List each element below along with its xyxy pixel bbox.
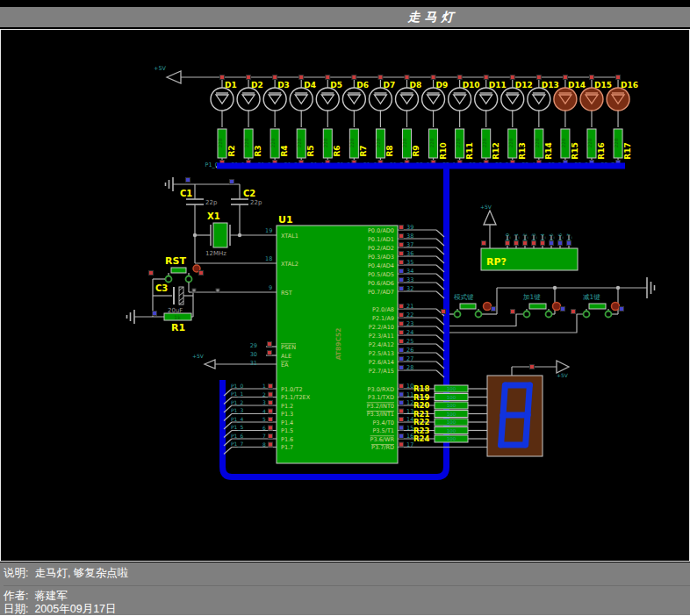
button-terminal[interactable] <box>166 276 172 283</box>
led-D10[interactable] <box>449 88 471 111</box>
wire <box>179 301 183 304</box>
resistor-label: R14 <box>544 142 553 159</box>
resistor-value: 100 <box>447 386 456 391</box>
wire <box>436 326 444 333</box>
led-D5[interactable] <box>316 88 339 111</box>
pin-name: P1.4 <box>281 419 293 426</box>
net-label: P1_0 <box>205 161 219 168</box>
led-D14[interactable] <box>554 88 577 111</box>
led-D13[interactable] <box>528 88 550 111</box>
led-D16[interactable] <box>607 88 629 111</box>
button-1[interactable] <box>460 304 476 309</box>
resistor-label: R1 <box>171 322 185 333</box>
button-terminal[interactable] <box>546 312 552 318</box>
pin-number: 8 <box>262 441 266 448</box>
led-label: D12 <box>515 81 533 90</box>
pin-number: 21 <box>406 303 413 310</box>
resistor-value: 220 <box>297 138 302 147</box>
led-D9[interactable] <box>422 88 445 111</box>
led-D11[interactable] <box>475 88 498 111</box>
pin-name: P1.0/T2 <box>281 386 303 393</box>
button-knob[interactable] <box>484 303 492 311</box>
state-square <box>492 307 496 312</box>
reset-button[interactable] <box>171 268 186 273</box>
state-square <box>399 287 404 291</box>
resistor-value: 220 <box>429 138 435 147</box>
state-square <box>399 304 404 309</box>
state-square <box>269 418 273 422</box>
pin-name: P0.6/AD6 <box>368 280 394 287</box>
button-terminal[interactable] <box>186 276 192 283</box>
resistor-label: R5 <box>306 145 315 156</box>
pin-name: P0.7/AD7 <box>368 289 394 296</box>
resistor-value: 1k <box>174 314 181 320</box>
resistor-label: R17 <box>623 142 632 159</box>
pin-number: 6 <box>262 425 266 431</box>
button-knob[interactable] <box>612 303 620 311</box>
led-label: D1 <box>225 81 237 90</box>
led-D8[interactable] <box>395 88 418 111</box>
resistor-value: 220 <box>587 138 593 147</box>
button-3[interactable] <box>589 304 606 309</box>
wire <box>436 353 444 360</box>
state-square <box>273 75 277 80</box>
resistor-value: 220 <box>349 138 355 147</box>
pin-number: 18 <box>265 255 272 262</box>
led-label: D9 <box>436 81 449 90</box>
cap-label: C2 <box>243 189 255 198</box>
state-square <box>532 241 536 246</box>
cap-value: 22p <box>250 199 262 206</box>
state-square <box>399 340 404 344</box>
crystal-label: X1 <box>207 211 220 221</box>
resistor-value: 220 <box>218 138 223 147</box>
state-square <box>536 75 541 80</box>
pin-name: P0.2/AD2 <box>368 245 394 252</box>
button-terminal[interactable] <box>524 312 530 318</box>
led-label: D3 <box>277 81 290 90</box>
led-label: D11 <box>489 81 507 90</box>
button-terminal[interactable] <box>455 312 461 318</box>
button-knob[interactable] <box>553 303 561 311</box>
button-terminal[interactable] <box>606 312 612 318</box>
pin-number: 30 <box>250 351 257 358</box>
resistor-value: 220 <box>270 138 276 147</box>
led-D7[interactable] <box>369 88 392 111</box>
led-D3[interactable] <box>263 88 286 111</box>
resistor-label: R2 <box>227 145 236 156</box>
led-D12[interactable] <box>501 88 524 111</box>
segment <box>503 385 505 415</box>
button-terminal[interactable] <box>476 312 482 318</box>
pin-name: XTAL2 <box>281 261 298 268</box>
state-square <box>431 75 435 80</box>
power-arrow-right-icon <box>557 361 569 373</box>
led-D6[interactable] <box>342 88 365 111</box>
resistor-value: 220 <box>561 138 566 147</box>
button-terminal[interactable] <box>584 312 590 318</box>
state-square <box>149 271 154 276</box>
pin-name: RST <box>281 290 292 297</box>
pin-number: 35 <box>406 259 413 266</box>
led-label: D15 <box>594 81 612 90</box>
led-D15[interactable] <box>580 88 603 111</box>
led-D4[interactable] <box>290 88 313 111</box>
state-square <box>299 75 304 80</box>
pin-number: 1 <box>262 383 266 389</box>
pin-name: P3.6/WR <box>370 436 395 443</box>
crystal-X1[interactable] <box>213 223 227 247</box>
wire <box>436 265 444 272</box>
state-square <box>399 234 404 239</box>
state-square <box>550 241 554 246</box>
power-label: +5V <box>154 65 167 72</box>
pin-name: P1.6 <box>281 436 293 443</box>
state-square <box>541 241 545 246</box>
cap-value: 22p <box>205 199 218 206</box>
schematic-canvas[interactable]: +5VD1220R2P1_0D2220R3P1_1D3220R4P1_2D422… <box>0 29 690 562</box>
status-line-date: 日期: 2005年09月17日 <box>4 602 117 616</box>
wire <box>449 314 527 326</box>
state-square <box>399 392 404 397</box>
resistor-label: R10 <box>439 142 448 159</box>
button-2[interactable] <box>529 304 546 309</box>
led-D2[interactable] <box>237 88 260 111</box>
led-D1[interactable] <box>211 88 234 111</box>
led-label: D2 <box>251 81 263 90</box>
